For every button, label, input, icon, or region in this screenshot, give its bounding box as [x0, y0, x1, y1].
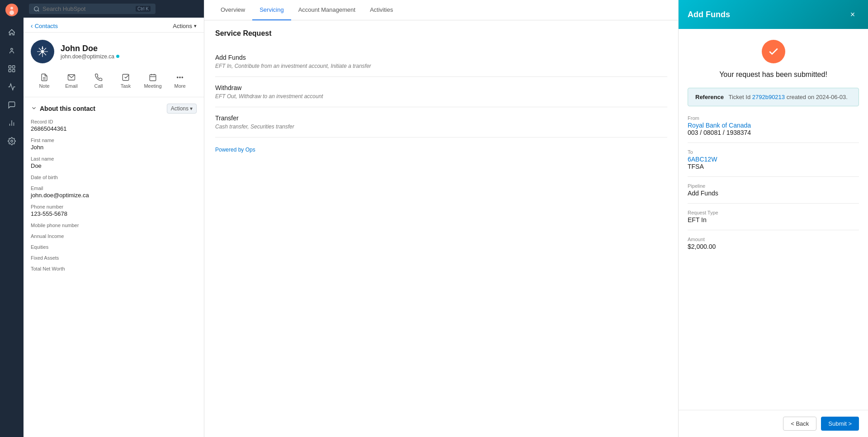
powered-by-link[interactable]: Ops — [245, 147, 255, 153]
call-label: Call — [94, 83, 103, 89]
contact-avatar — [31, 40, 54, 63]
to-type: TFSA — [688, 163, 859, 170]
contact-name: John Doe — [61, 44, 119, 53]
field-dob: Date of birth — [31, 175, 197, 180]
add-funds-panel: Add Funds × Your request has been submit… — [678, 0, 868, 437]
transfer-name: Transfer — [215, 114, 667, 122]
content-area: Overview Servicing Account Management Ac… — [204, 0, 678, 437]
task-label: Task — [121, 83, 131, 89]
field-fixed-assets: Fixed Assets — [31, 255, 197, 261]
panel-header: Add Funds × — [679, 0, 868, 29]
actions-chevron-icon: ▾ — [194, 23, 197, 29]
svg-point-9 — [11, 140, 13, 142]
more-action[interactable]: More — [166, 71, 193, 91]
back-chevron-icon: ‹ — [31, 22, 33, 29]
success-icon-wrap — [688, 40, 859, 63]
left-navigation — [0, 0, 24, 437]
reference-ticket-link[interactable]: 2792b90213 — [752, 94, 785, 100]
field-equities: Equities — [31, 244, 197, 250]
svg-point-28 — [179, 77, 180, 78]
service-request-title: Service Request — [215, 29, 667, 38]
actions-button[interactable]: Actions ▾ — [173, 23, 197, 29]
contact-sidebar: Ctrl K ‹ Contacts Actions ▾ — [24, 0, 204, 437]
field-phone: Phone number 123-555-5678 — [31, 204, 197, 217]
request-type-value: EFT In — [688, 216, 859, 223]
add-funds-name: Add Funds — [215, 54, 667, 61]
panel-close-button[interactable]: × — [846, 8, 859, 21]
meeting-label: Meeting — [144, 83, 161, 89]
panel-title: Add Funds — [688, 10, 730, 19]
email-label: Email — [65, 83, 78, 89]
from-name[interactable]: Royal Bank of Canada — [688, 122, 859, 129]
to-row: To 6ABC12W TFSA — [688, 149, 859, 170]
tab-account-management[interactable]: Account Management — [291, 0, 363, 20]
nav-service-icon[interactable] — [5, 98, 19, 112]
collapse-icon[interactable] — [31, 105, 37, 113]
nav-home-icon[interactable] — [5, 25, 19, 40]
about-actions-button[interactable]: Actions ▾ — [167, 104, 197, 114]
content-body: Service Request Add Funds EFT In, Contri… — [204, 20, 678, 437]
to-account[interactable]: 6ABC12W — [688, 156, 859, 163]
email-verified-dot — [116, 55, 119, 58]
svg-rect-23 — [150, 75, 156, 81]
about-header-left: About this contact — [31, 105, 95, 113]
amount-label: Amount — [688, 237, 859, 242]
panel-footer: < Back Submit > — [679, 410, 868, 437]
svg-rect-22 — [123, 74, 129, 81]
divider-2 — [688, 176, 859, 177]
meeting-action[interactable]: Meeting — [139, 71, 166, 91]
back-to-contacts-link[interactable]: ‹ Contacts — [31, 22, 58, 29]
nav-contacts-icon[interactable] — [5, 43, 19, 58]
nav-deals-icon[interactable] — [5, 62, 19, 76]
more-label: More — [174, 83, 185, 89]
search-box[interactable]: Ctrl K — [29, 4, 156, 14]
contact-name-block: John Doe john.doe@optimize.ca — [61, 44, 119, 60]
note-action[interactable]: Note — [31, 71, 58, 91]
withdraw-name: Withdraw — [215, 84, 667, 91]
nav-marketing-icon[interactable] — [5, 80, 19, 94]
request-type-label: Request Type — [688, 210, 859, 215]
checkmark-icon — [768, 46, 779, 57]
service-item-withdraw[interactable]: Withdraw EFT Out, Withdraw to an investm… — [215, 77, 667, 107]
divider-3 — [688, 203, 859, 204]
powered-by: Powered by Ops — [215, 147, 667, 153]
action-icons-row: Note Email Call Task Meeting More — [24, 71, 204, 97]
tab-servicing[interactable]: Servicing — [252, 0, 291, 20]
field-last-name: Last name Doe — [31, 156, 197, 169]
nav-reports-icon[interactable] — [5, 116, 19, 130]
back-button[interactable]: < Back — [783, 417, 816, 431]
to-label: To — [688, 149, 859, 155]
svg-rect-5 — [13, 70, 15, 72]
about-actions-chevron: ▾ — [190, 105, 193, 112]
pipeline-label: Pipeline — [688, 183, 859, 189]
service-item-transfer[interactable]: Transfer Cash transfer, Securities trans… — [215, 107, 667, 138]
email-action[interactable]: Email — [58, 71, 85, 91]
back-link-label: Contacts — [35, 23, 58, 29]
tabs-bar: Overview Servicing Account Management Ac… — [204, 0, 678, 20]
field-first-name: First name John — [31, 138, 197, 151]
svg-point-27 — [177, 77, 178, 78]
service-item-add-funds[interactable]: Add Funds EFT In, Contribute from an inv… — [215, 47, 667, 77]
note-label: Note — [39, 83, 49, 89]
call-action[interactable]: Call — [85, 71, 112, 91]
tab-activities[interactable]: Activities — [363, 0, 400, 20]
task-action[interactable]: Task — [112, 71, 139, 91]
svg-point-1 — [11, 48, 13, 51]
from-account: 003 / 08081 / 1938374 — [688, 129, 859, 136]
search-input[interactable] — [42, 5, 133, 12]
reference-box: Reference Ticket Id 2792b90213 created o… — [688, 88, 859, 106]
pipeline-value: Add Funds — [688, 190, 859, 197]
amount-row: Amount $2,000.00 — [688, 237, 859, 250]
divider-1 — [688, 142, 859, 143]
nav-settings-icon[interactable] — [5, 134, 19, 148]
divider-4 — [688, 230, 859, 230]
field-mobile: Mobile phone number — [31, 223, 197, 228]
field-annual-income: Annual Income — [31, 233, 197, 239]
about-title: About this contact — [40, 105, 95, 112]
contact-email: john.doe@optimize.ca — [61, 53, 119, 60]
svg-rect-2 — [9, 66, 11, 68]
submit-button[interactable]: Submit > — [821, 417, 859, 431]
tab-overview[interactable]: Overview — [213, 0, 252, 20]
main-area: Ctrl K ‹ Contacts Actions ▾ — [24, 0, 868, 437]
success-circle — [762, 40, 785, 63]
